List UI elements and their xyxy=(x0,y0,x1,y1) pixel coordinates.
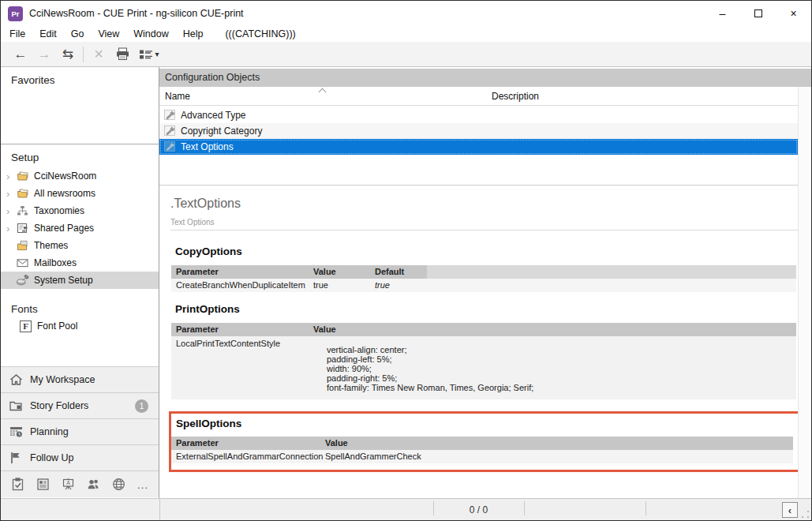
expand-chevron-icon[interactable]: › xyxy=(6,206,16,216)
spelloptions-header-row: Parameter Value xyxy=(171,437,793,450)
shared-pages-icon xyxy=(16,222,29,234)
menu-bar: File Edit Go View Window Help (((CATCHIN… xyxy=(1,26,811,42)
list-view-icon xyxy=(139,49,153,60)
menu-file[interactable]: File xyxy=(2,28,32,39)
globe-icon[interactable] xyxy=(111,477,126,492)
forward-button[interactable]: → xyxy=(34,44,54,65)
table-row[interactable]: LocalPrintTextContentStyle vertical-alig… xyxy=(171,336,796,399)
panel-story-folders[interactable]: Story Folders 1 xyxy=(1,392,159,418)
tree-item-label: Mailboxes xyxy=(34,257,77,268)
refresh-button[interactable]: ⇆ xyxy=(58,44,78,65)
detail-rule xyxy=(170,230,798,231)
chevron-left-icon: ‹ xyxy=(788,504,791,516)
expand-chevron-icon[interactable]: › xyxy=(6,223,16,234)
chevron-down-icon: ▾ xyxy=(155,50,159,58)
list-item-copyright-category[interactable]: Copyright Category xyxy=(159,123,798,139)
favorites-panel: Favorites xyxy=(1,67,159,144)
tree-item-all-newsrooms[interactable]: › All newsrooms xyxy=(1,185,159,202)
tree-item-label: Shared Pages xyxy=(34,223,94,234)
story-folders-icon xyxy=(9,399,24,413)
row-filler xyxy=(427,279,796,292)
story-folders-count-badge: 1 xyxy=(135,399,148,413)
column-parameter: Parameter xyxy=(171,265,309,279)
column-default: Default xyxy=(370,265,427,279)
list-item-text-options[interactable]: Text Options xyxy=(159,139,798,155)
expand-chevron-icon[interactable]: › xyxy=(6,171,16,182)
menu-window[interactable]: Window xyxy=(126,28,175,39)
setup-heading: Setup xyxy=(1,144,159,163)
list-item-label: Copyright Category xyxy=(181,126,262,137)
tree-item-mailboxes[interactable]: Mailboxes xyxy=(1,254,159,272)
list-item-label: Advanced Type xyxy=(181,110,246,121)
view-mode-button[interactable]: ▾ xyxy=(136,44,163,65)
menu-help[interactable]: Help xyxy=(176,28,211,39)
menu-go[interactable]: Go xyxy=(64,28,92,39)
back-button[interactable]: ← xyxy=(10,44,31,65)
value-cell: vertical-align: center; padding-left: 5%… xyxy=(327,345,533,392)
column-description[interactable]: Description xyxy=(492,91,539,102)
maximize-icon xyxy=(754,9,762,17)
style-line: padding-right: 5%; xyxy=(327,373,533,383)
panel-follow-up[interactable]: Follow Up xyxy=(1,444,159,470)
tree-item-themes[interactable]: Themes xyxy=(1,237,159,254)
maximize-button[interactable] xyxy=(740,1,776,26)
sidebar-icon-row: A … xyxy=(1,470,159,497)
printer-icon xyxy=(115,47,130,61)
ads-easel-icon[interactable]: A xyxy=(61,477,76,492)
newspaper-icon[interactable] xyxy=(36,477,51,492)
envelope-icon xyxy=(16,257,29,269)
resize-grip[interactable] xyxy=(802,511,809,518)
tree-item-shared-pages[interactable]: › Shared Pages xyxy=(1,219,159,237)
parameter-cell: CreateBranchWhenDuplicateItem xyxy=(171,279,309,292)
folder-stack-icon xyxy=(16,170,29,182)
list-item-advanced-type[interactable]: Advanced Type xyxy=(159,107,798,123)
column-parameter: Parameter xyxy=(171,437,320,450)
table-row[interactable]: CreateBranchWhenDuplicateItem true true xyxy=(171,279,796,292)
panel-planning[interactable]: Planning xyxy=(1,418,159,444)
column-value: Value xyxy=(309,265,370,279)
column-value: Value xyxy=(309,323,796,336)
minimize-button[interactable]: – xyxy=(705,1,740,26)
style-line: padding-left: 5%; xyxy=(327,354,533,364)
more-options-icon[interactable]: … xyxy=(137,478,149,491)
font-pool-label: Font Pool xyxy=(37,320,77,332)
favorites-heading: Favorites xyxy=(1,67,159,86)
tree-item-system-setup[interactable]: System Setup xyxy=(1,272,159,289)
close-button[interactable]: × xyxy=(776,1,811,26)
fonts-heading: Fonts xyxy=(1,296,159,315)
table-row[interactable]: ExternalSpellAndGrammarConnection SpellA… xyxy=(171,450,793,463)
setup-tree: › CciNewsRoom › All newsrooms › xyxy=(1,167,159,289)
delete-button[interactable]: × xyxy=(88,44,109,65)
configuration-objects-list: Advanced Type Copyright Category Text Op… xyxy=(159,107,798,155)
parameter-cell: ExternalSpellAndGrammarConnection xyxy=(171,450,320,463)
vertical-scrollbar[interactable] xyxy=(798,87,811,498)
panel-my-workspace[interactable]: My Workspace xyxy=(1,366,159,392)
users-icon[interactable] xyxy=(86,477,101,492)
tree-item-taxonomies[interactable]: › Taxonomies xyxy=(1,202,159,219)
menu-edit[interactable]: Edit xyxy=(32,28,64,39)
tasks-clipboard-icon[interactable] xyxy=(10,477,25,492)
expand-chevron-icon[interactable]: › xyxy=(6,189,16,199)
collapse-panel-button[interactable]: ‹ xyxy=(782,502,798,518)
panel-label: Story Folders xyxy=(30,400,88,411)
statusbar-divider xyxy=(524,501,525,515)
column-parameter: Parameter xyxy=(171,323,309,336)
print-button[interactable] xyxy=(112,44,133,65)
home-icon xyxy=(9,373,24,387)
statusbar-divider xyxy=(645,501,646,515)
style-line: font-family: Times New Roman, Times, Geo… xyxy=(327,383,533,392)
spelloptions-heading: SpellOptions xyxy=(176,418,241,429)
tree-item-ccinewsroom[interactable]: › CciNewsRoom xyxy=(1,167,159,185)
menu-catching[interactable]: (((CATCHING))) xyxy=(218,28,302,39)
themes-folder-icon xyxy=(16,239,29,252)
org-chart-icon xyxy=(16,204,29,217)
status-bar: 0 / 0 ‹ xyxy=(1,498,811,520)
main-panel: Configuration Objects Name Description A… xyxy=(159,67,811,498)
column-name[interactable]: Name xyxy=(165,91,190,102)
panel-label: Planning xyxy=(30,426,69,437)
tree-item-font-pool[interactable]: F Font Pool xyxy=(1,317,159,335)
menu-view[interactable]: View xyxy=(91,28,126,39)
tree-item-label: Taxonomies xyxy=(34,205,84,216)
config-wrench-icon xyxy=(164,126,176,137)
value-cell: SpellAndGrammerCheck xyxy=(320,450,793,463)
